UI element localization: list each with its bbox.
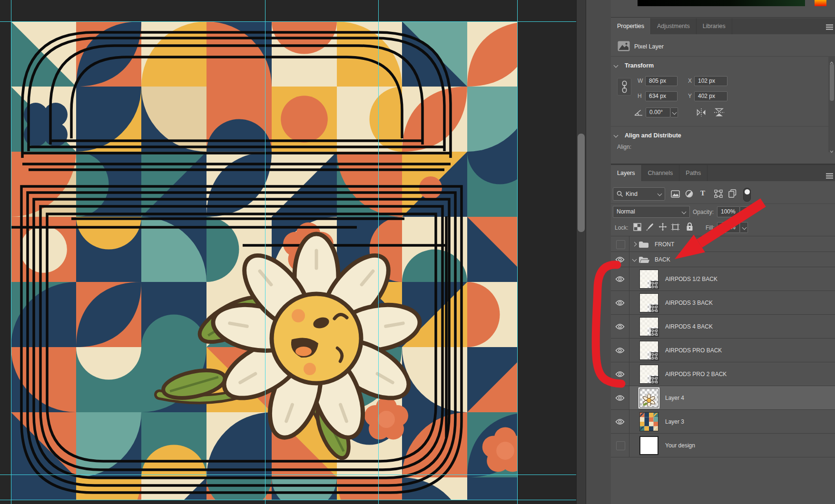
align-header[interactable]: Align and Distribute [625, 132, 681, 139]
thumbnail-silhouette [640, 365, 658, 375]
thumbnail-flower-art [643, 394, 655, 408]
lock-position-icon[interactable] [658, 223, 667, 233]
guide-horizontal [0, 21, 576, 22]
smart-object-filter-icon[interactable] [728, 189, 737, 200]
visibility-eye-icon[interactable] [615, 300, 625, 308]
angle-input[interactable]: 0.00° [646, 107, 670, 117]
folder-open-icon [639, 256, 650, 265]
x-label: X [688, 78, 692, 84]
lock-paint-icon[interactable] [646, 223, 654, 233]
smart-object-badge-icon [651, 281, 659, 289]
visibility-eye-icon[interactable] [615, 323, 625, 332]
flip-vertical-icon[interactable] [714, 107, 725, 119]
tab-channels[interactable]: Channels [642, 165, 680, 181]
adjustment-filter-icon[interactable] [685, 190, 693, 200]
thumbnail-silhouette [640, 327, 648, 336]
guide-horizontal [0, 500, 576, 500]
folder-icon [639, 241, 649, 250]
visibility-eye-icon[interactable] [615, 256, 625, 265]
visibility-eye-icon[interactable] [615, 418, 625, 427]
properties-menu-icon[interactable] [826, 23, 833, 32]
fill-dropdown[interactable] [740, 222, 748, 233]
thumbnail-silhouette [640, 318, 658, 328]
thumbnail-silhouette [640, 270, 658, 280]
thumbnail-silhouette [640, 303, 648, 312]
type-filter-icon[interactable]: T [700, 189, 705, 197]
lock-artboard-icon[interactable] [671, 223, 680, 233]
layer-name[interactable]: Your design [665, 442, 695, 449]
opacity-input[interactable]: 100% [717, 206, 740, 217]
guide-horizontal [0, 475, 576, 475]
properties-scrollbar-down-icon[interactable] [830, 146, 834, 155]
selected-row-highlight [629, 386, 835, 409]
h-label: H [638, 93, 642, 99]
layer-name[interactable]: AIRPODS 3 BACK [665, 300, 713, 306]
layers-tabbar: Layers Channels Paths [611, 165, 835, 181]
layer-name[interactable]: AIRPODS PRO BACK [665, 347, 722, 354]
link-dimensions-icon[interactable] [617, 78, 631, 96]
gradient-preview-bar[interactable] [638, 0, 805, 6]
guide-vertical [265, 0, 265, 504]
y-input[interactable]: 402 px [694, 91, 727, 101]
tab-layers[interactable]: Layers [611, 165, 642, 181]
lock-label: Lock: [615, 224, 629, 231]
opacity-dropdown[interactable] [740, 206, 748, 217]
document-scrollbar-thumb[interactable] [578, 134, 585, 232]
guide-vertical [517, 0, 518, 504]
filter-toggle[interactable] [743, 188, 751, 202]
image-filter-icon[interactable] [671, 190, 680, 200]
gradient-swatch[interactable] [815, 0, 826, 6]
guide-vertical [378, 0, 379, 504]
thumbnail-silhouette [640, 279, 648, 288]
thumbnail-silhouette [640, 341, 658, 351]
angle-icon [634, 108, 643, 118]
search-icon [617, 191, 623, 199]
layer-name[interactable]: AIRPODS 1/2 BACK [665, 276, 717, 282]
thumbnail-silhouette [640, 374, 648, 383]
document-canvas[interactable] [11, 21, 517, 500]
lock-transparency-icon[interactable] [633, 223, 641, 233]
lock-all-icon[interactable] [686, 222, 693, 233]
visibility-eye-icon[interactable] [615, 395, 625, 403]
shape-filter-icon[interactable] [714, 190, 723, 200]
w-label: W [638, 78, 643, 84]
tab-properties[interactable]: Properties [611, 18, 651, 34]
layer-name[interactable]: Layer 4 [665, 395, 684, 401]
flip-horizontal-icon[interactable] [696, 108, 707, 119]
layer-name[interactable]: Layer 3 [665, 418, 684, 425]
layer-name[interactable]: BACK [655, 256, 670, 263]
layer-name[interactable]: AIRPODS PRO 2 BACK [665, 371, 727, 378]
visibility-checkbox-empty[interactable] [616, 240, 625, 249]
smart-object-badge-icon [651, 305, 659, 313]
y-label: Y [688, 93, 692, 99]
w-input[interactable]: 805 px [645, 76, 678, 86]
blend-mode-select[interactable]: Normal [613, 206, 690, 218]
transform-header[interactable]: Transform [625, 62, 654, 69]
layers-menu-icon[interactable] [826, 172, 833, 181]
opacity-label: Opacity: [693, 209, 714, 215]
visibility-checkbox-empty[interactable] [616, 441, 625, 450]
visibility-eye-icon[interactable] [615, 371, 625, 379]
smart-object-badge-icon [651, 352, 659, 360]
layer-thumbnail[interactable] [639, 436, 658, 455]
h-input[interactable]: 634 px [645, 91, 678, 101]
tab-libraries[interactable]: Libraries [697, 18, 732, 34]
canvas-pattern-art [11, 21, 517, 500]
align-label: Align: [617, 144, 631, 150]
tab-paths[interactable]: Paths [679, 165, 707, 181]
visibility-eye-icon[interactable] [615, 276, 625, 284]
document-vertical-scrollbar[interactable] [576, 0, 586, 504]
tab-adjustments[interactable]: Adjustments [651, 18, 697, 34]
visibility-eye-icon[interactable] [615, 347, 625, 356]
layer-name[interactable]: AIRPODS 4 BACK [665, 323, 713, 330]
guide-vertical [11, 0, 11, 504]
pixel-layer-icon [618, 41, 630, 53]
thumbnail-silhouette [640, 294, 658, 304]
x-input[interactable]: 102 px [694, 76, 727, 86]
thumbnail-pattern-art [640, 413, 658, 433]
layer-name[interactable]: FRONT [655, 241, 674, 248]
properties-scrollbar-thumb[interactable] [830, 64, 834, 101]
angle-dropdown[interactable] [670, 107, 678, 117]
fill-input[interactable]: 100% [717, 222, 740, 233]
properties-tabbar: Properties Adjustments Libraries [611, 18, 835, 34]
